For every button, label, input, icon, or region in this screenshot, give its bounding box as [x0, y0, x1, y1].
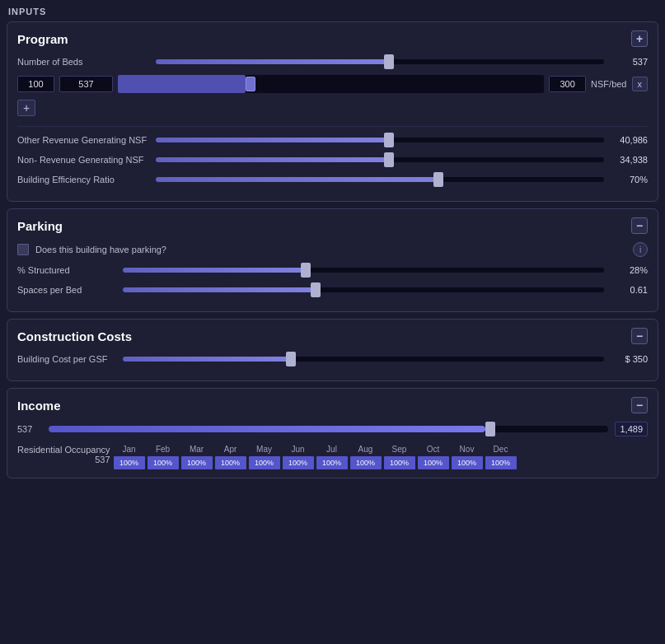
income-toggle[interactable]: − [631, 397, 648, 413]
parking-checkbox[interactable] [17, 244, 29, 255]
income-header: Income − [17, 397, 648, 413]
month-bar-aug[interactable]: 100% [350, 456, 382, 469]
beds-slider-fill [156, 59, 389, 64]
month-col-sep: Sep100% [384, 445, 415, 469]
beds-input-row: NSF/bed x [17, 75, 648, 93]
non-revenue-thumb[interactable] [384, 152, 394, 167]
month-bar-nov[interactable]: 100% [452, 456, 483, 469]
cost-slider[interactable] [123, 352, 604, 366]
structured-slider[interactable] [123, 264, 604, 277]
month-label-may: May [256, 445, 272, 454]
income-slider-fill [49, 426, 485, 432]
efficiency-fill [156, 177, 438, 182]
program-header: Program + [17, 30, 648, 47]
month-label-dec: Dec [494, 445, 508, 454]
construction-toggle[interactable]: − [631, 328, 648, 344]
construction-section: Construction Costs − Building Cost per G… [7, 319, 658, 381]
month-label-apr: Apr [224, 445, 237, 454]
beds-inline-slider[interactable] [118, 75, 544, 93]
non-revenue-fill [156, 157, 389, 162]
other-revenue-thumb[interactable] [384, 133, 394, 147]
cost-thumb[interactable] [286, 352, 296, 366]
month-col-apr: Apr100% [215, 445, 246, 469]
income-slider-thumb[interactable] [485, 422, 495, 436]
beds-slider[interactable] [156, 55, 604, 68]
occ-label: Residential Occupancy [17, 445, 110, 455]
occupancy-row: Residential Occupancy 537 Jan100%Feb100%… [17, 445, 648, 469]
spaces-row: Spaces per Bed 0.61 [17, 283, 648, 296]
other-revenue-slider[interactable] [156, 133, 604, 147]
month-bar-may[interactable]: 100% [249, 456, 280, 469]
month-bar-oct[interactable]: 100% [418, 456, 449, 469]
month-label-jul: Jul [326, 445, 337, 454]
non-revenue-row: Non- Revenue Generating NSF 34,938 [17, 153, 648, 166]
month-bar-dec[interactable]: 100% [485, 456, 517, 469]
structured-value: 28% [611, 265, 648, 275]
month-bar-jun[interactable]: 100% [283, 456, 314, 469]
cost-label: Building Cost per GSF [17, 354, 116, 364]
parking-question-row: Does this building have parking? i [17, 242, 648, 257]
other-revenue-fill [156, 138, 389, 142]
month-col-mar: Mar100% [181, 445, 213, 469]
month-col-may: May100% [249, 445, 280, 469]
plus-button[interactable]: + [17, 100, 35, 116]
program-toggle[interactable]: + [631, 30, 648, 47]
month-col-feb: Feb100% [148, 445, 179, 469]
spaces-slider[interactable] [123, 283, 604, 296]
month-bar-jul[interactable]: 100% [316, 456, 348, 469]
month-bar-mar[interactable]: 100% [181, 456, 213, 469]
occ-left: Residential Occupancy 537 [17, 445, 110, 464]
page-title: INPUTS [7, 7, 658, 16]
occ-beds-val: 537 [17, 455, 110, 464]
month-col-jun: Jun100% [283, 445, 314, 469]
parking-q-left: Does this building have parking? [17, 244, 166, 255]
spaces-label: Spaces per Bed [17, 285, 116, 295]
month-col-jan: Jan100% [114, 445, 145, 469]
month-bar-jan[interactable]: 100% [114, 456, 145, 469]
other-revenue-label: Other Revenue Generating NSF [17, 135, 149, 145]
construction-title: Construction Costs [17, 329, 132, 343]
month-label-oct: Oct [427, 445, 440, 454]
efficiency-value: 70% [611, 175, 648, 184]
spaces-thumb[interactable] [311, 282, 321, 297]
structured-row: % Structured 28% [17, 264, 648, 277]
beds-min-input[interactable] [17, 76, 54, 92]
parking-header: Parking − [17, 217, 648, 234]
non-revenue-slider[interactable] [156, 153, 604, 166]
month-label-nov: Nov [460, 445, 475, 454]
program-section: Program + Number of Beds 537 NSF/bed x +… [7, 21, 658, 202]
efficiency-thumb[interactable] [433, 172, 443, 187]
non-revenue-value: 34,938 [611, 155, 648, 165]
info-button[interactable]: i [633, 242, 648, 257]
month-label-jun: Jun [291, 445, 304, 454]
month-bar-apr[interactable]: 100% [215, 456, 246, 469]
parking-question: Does this building have parking? [35, 245, 166, 254]
other-revenue-row: Other Revenue Generating NSF 40,986 [17, 133, 648, 147]
inline-thumb[interactable] [246, 77, 255, 91]
beds-slider-thumb[interactable] [384, 54, 394, 69]
month-col-dec: Dec100% [485, 445, 517, 469]
income-slider-row: 537 1,489 [17, 422, 648, 436]
parking-toggle[interactable]: − [631, 217, 648, 234]
income-slider[interactable] [49, 426, 608, 432]
month-label-jan: Jan [122, 445, 135, 454]
parking-section: Parking − Does this building have parkin… [7, 208, 658, 312]
nsf-label: NSF/bed [591, 79, 626, 89]
separator [17, 126, 648, 127]
beds-val-input[interactable] [59, 76, 113, 92]
parking-title: Parking [17, 219, 63, 233]
month-col-aug: Aug100% [350, 445, 382, 469]
efficiency-slider[interactable] [156, 173, 604, 186]
cost-row: Building Cost per GSF $ 350 [17, 352, 648, 366]
month-label-aug: Aug [358, 445, 373, 454]
beds-max-input[interactable] [549, 76, 586, 92]
x-button[interactable]: x [632, 77, 649, 91]
month-col-nov: Nov100% [452, 445, 483, 469]
structured-thumb[interactable] [301, 263, 311, 278]
month-label-feb: Feb [156, 445, 170, 454]
other-revenue-value: 40,986 [611, 135, 648, 145]
month-bar-feb[interactable]: 100% [148, 456, 179, 469]
income-beds-val: 537 [17, 424, 42, 434]
spaces-fill [123, 287, 316, 292]
month-bar-sep[interactable]: 100% [384, 456, 415, 469]
